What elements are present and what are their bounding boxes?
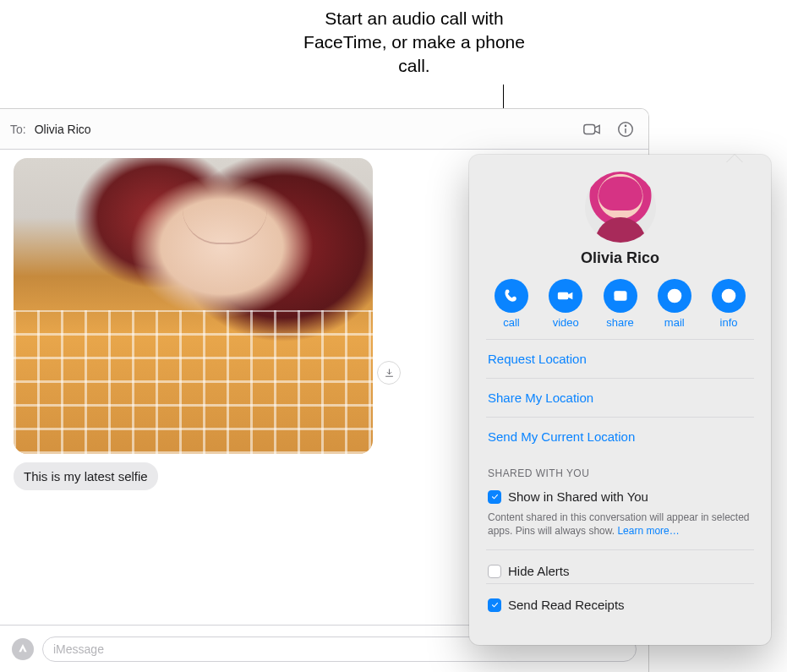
svg-rect-5	[614, 291, 620, 297]
share-screen-icon	[612, 287, 629, 304]
recipient-name: Olivia Rico	[35, 123, 91, 136]
send-read-receipts-row[interactable]: Send Read Receipts	[486, 584, 754, 617]
info-button[interactable]	[613, 117, 638, 142]
incoming-text-bubble[interactable]: This is my latest selfie	[14, 462, 158, 490]
check-icon	[490, 600, 500, 609]
download-icon	[383, 367, 396, 380]
conversation-toolbar: To: Olivia Rico	[0, 109, 648, 150]
callout-text: Start an audio call with FaceTime, or ma…	[287, 7, 541, 78]
send-current-location-link[interactable]: Send My Current Location	[486, 418, 754, 456]
person-icon	[720, 287, 737, 304]
svg-point-3	[625, 125, 626, 126]
facetime-video-button[interactable]	[579, 117, 604, 142]
incoming-image-message[interactable]	[14, 158, 373, 454]
share-my-location-link[interactable]: Share My Location	[486, 379, 754, 417]
mail-action-label: mail	[664, 316, 685, 329]
show-in-shared-checkbox[interactable]	[488, 490, 501, 504]
message-input-placeholder: iMessage	[53, 642, 104, 656]
learn-more-link[interactable]: Learn more…	[617, 525, 679, 537]
shared-with-you-heading: SHARED WITH YOU	[486, 456, 754, 484]
hide-alerts-label: Hide Alerts	[508, 564, 570, 578]
phone-icon	[503, 287, 520, 304]
details-popover: Olivia Rico call video share mail info	[469, 155, 771, 645]
contact-avatar[interactable]	[585, 172, 656, 243]
mail-icon	[666, 287, 683, 304]
info-action-label: info	[720, 316, 738, 329]
mail-action[interactable]: mail	[651, 279, 698, 329]
hide-alerts-checkbox[interactable]	[488, 565, 501, 578]
check-icon	[490, 492, 500, 501]
video-icon	[582, 120, 601, 139]
send-read-receipts-checkbox[interactable]	[488, 598, 501, 612]
call-action[interactable]: call	[488, 279, 535, 329]
video-icon	[557, 287, 574, 304]
info-action[interactable]: info	[705, 279, 752, 329]
contact-name: Olivia Rico	[486, 249, 754, 267]
video-action-label: video	[553, 316, 579, 329]
download-attachment-button[interactable]	[377, 361, 401, 385]
call-action-label: call	[503, 316, 520, 329]
show-in-shared-checkbox-row[interactable]: Show in Shared with You	[486, 484, 754, 509]
svg-point-8	[727, 292, 731, 296]
share-action[interactable]: share	[597, 279, 644, 329]
send-read-receipts-label: Send Read Receipts	[508, 598, 625, 612]
appstore-icon	[16, 642, 30, 656]
show-in-shared-label: Show in Shared with You	[508, 489, 648, 504]
quick-actions-row: call video share mail info	[486, 279, 754, 339]
share-action-label: share	[606, 316, 634, 329]
request-location-link[interactable]: Request Location	[486, 340, 754, 378]
to-label: To:	[10, 123, 26, 136]
info-icon	[616, 120, 635, 139]
shared-description: Content shared in this conversation will…	[486, 509, 754, 549]
svg-rect-0	[584, 124, 595, 134]
hide-alerts-row[interactable]: Hide Alerts	[486, 550, 754, 583]
video-action[interactable]: video	[542, 279, 589, 329]
apps-button[interactable]	[12, 638, 34, 660]
